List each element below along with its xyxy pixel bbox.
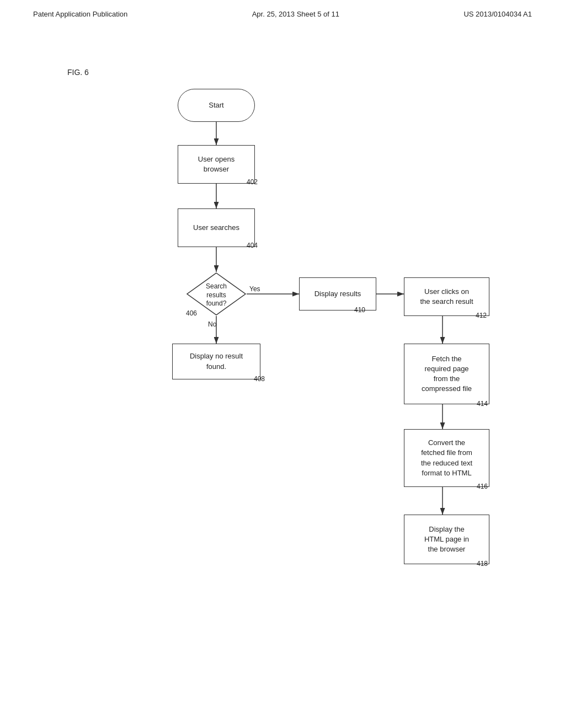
box-404-label: User searches (193, 223, 239, 233)
box-402: User opens browser (178, 145, 255, 184)
box-404: User searches (178, 208, 255, 247)
no-label: No (208, 320, 216, 328)
start-label: Start (209, 100, 223, 110)
header-right: US 2013/0104034 A1 (463, 10, 532, 18)
box-416: Convert the fetched file from the reduce… (404, 429, 489, 487)
id-418: 418 (477, 560, 488, 568)
box-412-label: User clicks on the search result (420, 287, 473, 307)
id-412: 412 (476, 312, 487, 319)
id-414: 414 (477, 400, 488, 408)
header-left: Patent Application Publication (33, 10, 127, 18)
box-410: Display results (299, 277, 376, 311)
box-414: Fetch the required page from the compres… (404, 344, 489, 404)
box-402-label: User opens browser (198, 154, 234, 174)
id-402: 402 (247, 178, 258, 186)
box-414-label: Fetch the required page from the compres… (422, 354, 472, 394)
box-418-label: Display the HTML page in the browser (424, 524, 469, 555)
start-box: Start (178, 89, 255, 122)
id-416: 416 (477, 483, 488, 490)
fig-label: FIG. 6 (67, 68, 89, 77)
diamond-406-text: Search results found? (194, 282, 238, 308)
page-header: Patent Application Publication Apr. 25, … (0, 0, 565, 18)
id-406: 406 (186, 309, 197, 317)
box-416-label: Convert the fetched file from the reduce… (421, 438, 472, 478)
yes-label: Yes (249, 285, 260, 293)
box-412: User clicks on the search result (404, 277, 489, 316)
box-408: Display no result found. (172, 344, 260, 379)
box-408-label: Display no result found. (190, 351, 243, 371)
id-404: 404 (247, 242, 258, 249)
id-408: 408 (254, 375, 265, 383)
box-418: Display the HTML page in the browser (404, 515, 489, 564)
box-410-label: Display results (315, 289, 361, 299)
header-center: Apr. 25, 2013 Sheet 5 of 11 (252, 10, 339, 18)
diagram-area: FIG. 6 Start User opens browser (67, 51, 498, 658)
id-410: 410 (354, 306, 365, 314)
